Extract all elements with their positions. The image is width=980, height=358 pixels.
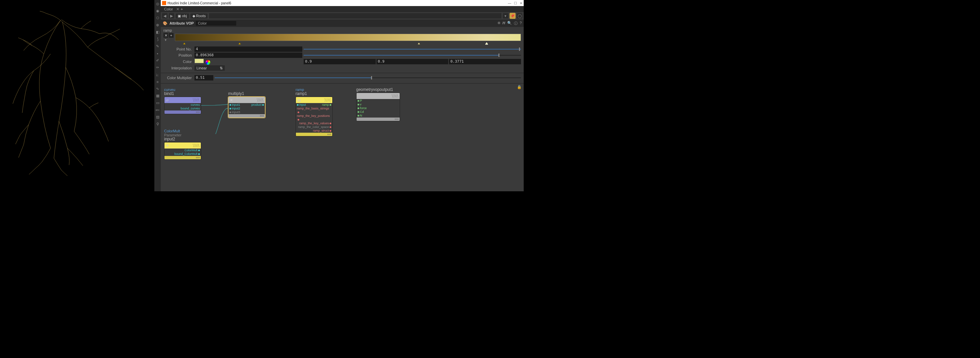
tool-layers-icon[interactable]: ≡ (155, 79, 160, 84)
param-icon: ☀ (166, 144, 169, 148)
tab-close-icon[interactable]: ✕ (176, 7, 179, 11)
path-roots[interactable]: ◆ Roots (190, 13, 208, 19)
ramp-remove-button[interactable]: ✕ (164, 33, 168, 38)
node-ramp1[interactable]: ramp ramp1 ▤ inputramp ramp_the_basis_st… (296, 87, 332, 136)
maximize-button[interactable]: ☐ (514, 2, 517, 5)
tab-color[interactable]: Color (162, 7, 175, 11)
node-multiply1[interactable]: multiply1 ✕ input1product input2 input3 (228, 92, 265, 118)
path-obj[interactable]: ▣ obj (176, 13, 189, 19)
tool-target-icon[interactable]: ◎ (155, 2, 160, 6)
help-icon[interactable]: ? (520, 21, 522, 26)
node-name-field[interactable]: Color (196, 21, 236, 25)
tool-pin-icon[interactable]: ⚲ (155, 122, 160, 127)
ramp-marker-4[interactable] (485, 42, 488, 44)
window-title: Houdini Indie Limited-Commercial - panel… (167, 2, 231, 5)
node-bind1-name: bind1 (164, 92, 201, 96)
houdini-icon (162, 1, 166, 5)
node-bind1[interactable]: curveu bind1 ▱ curveu bound_curveu (164, 87, 201, 114)
close-button[interactable]: ✕ (520, 2, 522, 5)
nav-extra-button[interactable]: ◯ (517, 13, 522, 19)
node-multiply1-name: multiply1 (228, 92, 265, 96)
tool-image-icon[interactable]: ▨ (155, 114, 160, 120)
node-type-icon: 🎨 (163, 21, 167, 25)
position-label: Position (164, 53, 193, 57)
ramp-expand-icon[interactable]: ▼ (164, 38, 173, 42)
ramp-gradient[interactable] (175, 34, 521, 41)
cube-icon: ▣ (178, 14, 181, 18)
color-mult-label: Color Multiplier (164, 76, 193, 80)
window-buttons: — ☐ ✕ (508, 2, 522, 5)
ramp-label: ramp (164, 28, 521, 32)
position-slider[interactable] (304, 53, 521, 58)
color-mult-field[interactable]: 0.51 (194, 75, 213, 81)
ramp-o2: ramp_the_key_positions (297, 114, 330, 117)
ramp-o5: ramp_struct (313, 129, 329, 132)
tool-bulb-icon[interactable]: ◉ (155, 8, 160, 13)
tool-brush-icon[interactable]: ✐ (155, 58, 160, 63)
tool-grid-icon[interactable]: ▦ (155, 93, 160, 98)
ramp-o3: ramp_the_key_values (299, 122, 329, 125)
window-titlebar: Houdini Indie Limited-Commercial - panel… (161, 0, 524, 6)
nav-back-button[interactable]: ◀ (162, 13, 167, 19)
point-no-slider[interactable] (304, 47, 521, 52)
param-separator (161, 73, 524, 73)
color-r-field[interactable]: 0.9 (304, 59, 376, 64)
node-geoout[interactable]: geometryvopoutput1 P v force Cd N (356, 87, 400, 121)
tool-person-icon[interactable]: ⚇ (155, 16, 160, 21)
geo-n: N (360, 114, 362, 117)
node-input2[interactable]: ColorMult Parameter input2 ☀ ColorMult b… (164, 129, 201, 160)
node-ramp1-name: ramp1 (296, 92, 332, 96)
color-g-field[interactable]: 0.9 (376, 59, 449, 64)
color-swatch-row (194, 59, 302, 65)
tab-add-button[interactable]: + (181, 7, 183, 11)
parameter-header: 🎨 Attribute VOP Color ✲ H 🔍 ⓘ ? (161, 19, 524, 27)
color-swatch[interactable] (194, 59, 204, 63)
ramp-o4: ramp_the_color_space (298, 125, 329, 129)
color-b-field[interactable]: 0.3771 (449, 59, 521, 64)
tool-rect-icon[interactable]: ▭ (155, 100, 160, 105)
tool-globe-icon[interactable]: ⊕ (155, 22, 160, 28)
color-mult-slider[interactable] (215, 76, 521, 80)
tool-curve-icon[interactable]: ∿ (155, 86, 160, 91)
ramp-add-button[interactable]: + (169, 33, 173, 38)
ramp-marker-3[interactable] (418, 42, 420, 44)
path-input[interactable] (209, 13, 501, 19)
header-actions: ✲ H 🔍 ⓘ ? (497, 21, 522, 26)
bind1-out-bound: bound_curveu (181, 107, 200, 111)
tool-ruler-icon[interactable]: ⟀ (155, 72, 160, 77)
chevron-down-icon: ⇅ (220, 66, 223, 70)
viewport-3d[interactable] (0, 0, 154, 191)
minimize-button[interactable]: — (508, 2, 511, 5)
tool-pen-icon[interactable]: ✑ (155, 65, 160, 70)
pin-button[interactable]: 📌 (509, 13, 515, 19)
tool-link-icon[interactable]: ⟆ (155, 37, 160, 42)
nav-dropdown-button[interactable]: ▾ (503, 13, 508, 19)
roots-render (0, 0, 154, 191)
h-icon[interactable]: H (503, 21, 505, 26)
mult-out: product (251, 103, 261, 106)
ramp-marker-2[interactable] (238, 42, 241, 44)
ramp-icon: ▤ (297, 98, 301, 102)
point-no-field[interactable]: 4 (194, 46, 302, 52)
tool-dot-icon[interactable]: • (155, 51, 160, 56)
search-icon[interactable]: 🔍 (507, 21, 512, 26)
interp-dropdown[interactable]: Linear ⇅ (194, 65, 225, 71)
tool-wrench-icon[interactable]: ✎ (155, 44, 160, 49)
gear-icon[interactable]: ✲ (497, 21, 500, 26)
ramp-marker-1[interactable] (183, 42, 186, 44)
info-icon[interactable]: ⓘ (514, 21, 518, 26)
nav-fwd-button[interactable]: ▶ (169, 13, 174, 19)
color-wheel-icon[interactable] (205, 60, 210, 65)
pane-tabbar: Color ✕ + (161, 6, 524, 12)
app-root: ◎ ◉ ⚇ ⊕ ◧ ⟆ ✎ • ✐ ✑ ⟀ ≡ ∿ ▦ ▭ abc ▨ ⚲ Ho… (0, 0, 524, 191)
node-input2-title: ColorMult (164, 129, 201, 133)
interp-value: Linear (196, 66, 207, 70)
path-roots-label: Roots (196, 14, 206, 18)
position-field[interactable]: 0.896368 (194, 52, 302, 58)
input2-out1: ColorMult (185, 149, 197, 152)
lock-icon[interactable]: 🔒 (517, 85, 522, 89)
node-graph[interactable]: 🔒 curveu bind1 ▱ curveu bound_curveu (161, 84, 524, 191)
tool-abc-icon[interactable]: abc (155, 108, 160, 112)
tool-cube-icon[interactable]: ◧ (155, 30, 160, 35)
parameter-pane: ramp ✕ + ▼ (161, 27, 524, 84)
